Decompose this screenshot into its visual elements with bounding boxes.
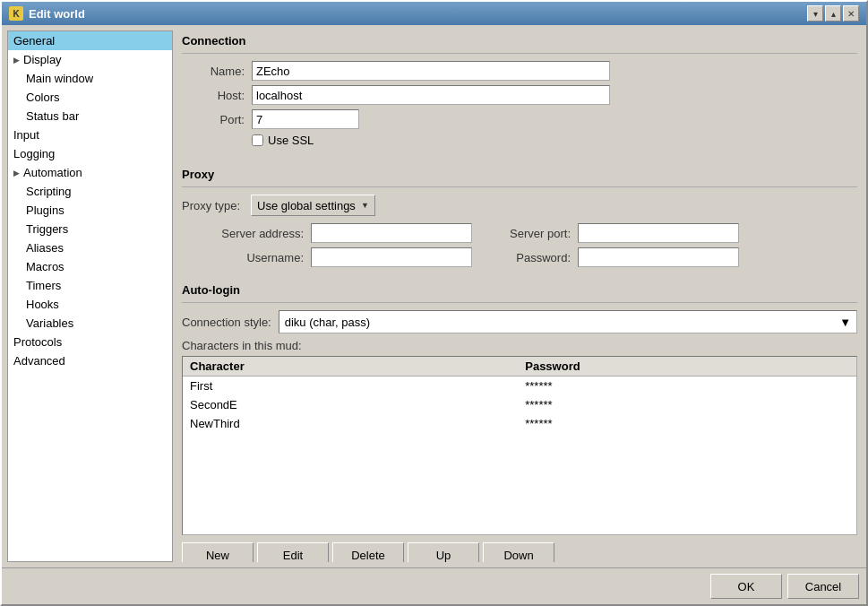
ok-button[interactable]: OK <box>710 574 782 599</box>
port-input[interactable] <box>252 109 359 129</box>
connection-section: Connection Name: Host: Port: Use SSL <box>182 34 857 152</box>
connection-style-label: Connection style: <box>182 316 271 329</box>
sidebar-item-label: Aliases <box>26 241 64 255</box>
titlebar-left: K Edit world <box>9 6 85 21</box>
footer: OK Cancel <box>2 567 866 604</box>
sidebar-item-status-bar[interactable]: Status bar <box>8 107 172 126</box>
sidebar-item-logging[interactable]: Logging <box>8 144 172 163</box>
char-col-header: Character <box>183 357 518 377</box>
window-body: General▶DisplayMain windowColorsStatus b… <box>2 25 866 567</box>
password-input[interactable] <box>578 247 739 267</box>
table-row[interactable]: SecondE****** <box>183 395 856 414</box>
character-name: NewThird <box>183 414 518 433</box>
characters-table: Character Password First******SecondE***… <box>183 357 856 433</box>
server-port-input[interactable] <box>578 223 739 243</box>
chevron-right-icon: ▶ <box>13 169 20 177</box>
sidebar-item-label: Timers <box>26 279 61 292</box>
sidebar-item-input[interactable]: Input <box>8 126 172 144</box>
sidebar-item-label: Macros <box>26 260 64 273</box>
connection-style-dropdown[interactable]: diku (char, pass) ▼ <box>279 310 857 333</box>
expand-button[interactable]: ▴ <box>825 5 841 22</box>
delete-button[interactable]: Delete <box>332 542 404 562</box>
sidebar-item-variables[interactable]: Variables <box>8 314 172 333</box>
edit-button[interactable]: Edit <box>257 542 329 562</box>
connection-style-value: diku (char, pass) <box>285 316 370 329</box>
port-label: Port: <box>182 113 245 126</box>
sidebar-item-label: Colors <box>26 91 60 104</box>
proxy-title: Proxy <box>182 168 857 181</box>
character-password: ****** <box>518 395 856 414</box>
main-window: K Edit world ▾ ▴ ✕ General▶DisplayMain w… <box>0 0 868 606</box>
sidebar-item-label: Hooks <box>26 298 59 311</box>
sidebar-item-label: Main window <box>26 72 93 85</box>
connection-title: Connection <box>182 34 857 48</box>
sidebar-item-hooks[interactable]: Hooks <box>8 295 172 314</box>
sidebar: General▶DisplayMain windowColorsStatus b… <box>7 30 173 562</box>
name-label: Name: <box>182 65 245 78</box>
sidebar-item-timers[interactable]: Timers <box>8 276 172 295</box>
proxy-type-label: Proxy type: <box>182 199 240 212</box>
sidebar-item-label: Scripting <box>26 185 72 198</box>
titlebar: K Edit world ▾ ▴ ✕ <box>2 2 866 25</box>
proxy-type-value: Use global settings <box>257 199 356 212</box>
titlebar-buttons: ▾ ▴ ✕ <box>807 5 859 22</box>
character-password: ****** <box>518 414 856 433</box>
sidebar-item-label: Display <box>23 53 62 66</box>
characters-table-container: Character Password First******SecondE***… <box>182 356 857 535</box>
main-content: Connection Name: Host: Port: Use SSL <box>178 30 861 562</box>
app-icon: K <box>9 6 23 21</box>
sidebar-item-label: General <box>13 34 55 48</box>
autologin-section: Auto-login Connection style: diku (char,… <box>182 283 857 562</box>
proxy-divider <box>182 186 857 187</box>
down-button[interactable]: Down <box>483 542 554 562</box>
server-address-input[interactable] <box>311 223 472 243</box>
pass-col-header: Password <box>518 357 856 377</box>
sidebar-item-label: Protocols <box>13 335 62 349</box>
autologin-divider <box>182 302 857 303</box>
name-input[interactable] <box>252 61 610 81</box>
chevron-down-icon: ▼ <box>361 201 369 210</box>
username-input[interactable] <box>311 247 472 267</box>
sidebar-item-automation[interactable]: ▶Automation <box>8 163 172 182</box>
window-title: Edit world <box>29 7 85 21</box>
sidebar-item-aliases[interactable]: Aliases <box>8 238 172 257</box>
chevron-right-icon: ▶ <box>13 56 20 65</box>
sidebar-item-label: Logging <box>13 147 55 160</box>
sidebar-item-label: Triggers <box>26 222 68 236</box>
up-button[interactable]: Up <box>408 542 479 562</box>
sidebar-item-general[interactable]: General <box>8 31 172 50</box>
character-password: ****** <box>518 377 856 396</box>
collapse-button[interactable]: ▾ <box>807 5 823 22</box>
ssl-group: Use SSL <box>252 134 857 147</box>
ssl-checkbox[interactable] <box>252 134 263 146</box>
username-label: Username: <box>182 251 307 264</box>
sidebar-item-plugins[interactable]: Plugins <box>8 201 172 220</box>
connection-style-group: Connection style: diku (char, pass) ▼ <box>182 310 857 333</box>
close-button[interactable]: ✕ <box>843 5 859 22</box>
sidebar-item-scripting[interactable]: Scripting <box>8 182 172 201</box>
sidebar-item-label: Variables <box>26 316 73 330</box>
host-label: Host: <box>182 89 245 102</box>
characters-label: Characters in this mud: <box>182 339 857 352</box>
table-row[interactable]: First****** <box>183 377 856 396</box>
sidebar-item-triggers[interactable]: Triggers <box>8 220 172 238</box>
sidebar-item-colors[interactable]: Colors <box>8 88 172 107</box>
server-address-label: Server address: <box>182 227 307 240</box>
cancel-button[interactable]: Cancel <box>787 574 859 599</box>
proxy-type-dropdown[interactable]: Use global settings ▼ <box>251 195 375 216</box>
connection-divider <box>182 53 857 54</box>
sidebar-item-advanced[interactable]: Advanced <box>8 351 172 370</box>
host-input[interactable] <box>252 85 610 105</box>
sidebar-item-protocols[interactable]: Protocols <box>8 333 172 351</box>
sidebar-item-main-window[interactable]: Main window <box>8 69 172 88</box>
host-group: Host: <box>182 85 857 105</box>
sidebar-item-macros[interactable]: Macros <box>8 257 172 276</box>
sidebar-item-display[interactable]: ▶Display <box>8 50 172 69</box>
sidebar-item-label: Plugins <box>26 203 64 217</box>
port-group: Port: <box>182 109 857 129</box>
table-row[interactable]: NewThird****** <box>183 414 856 433</box>
password-label: Password: <box>476 251 574 264</box>
server-port-label: Server port: <box>476 227 574 240</box>
new-button[interactable]: New <box>182 542 254 562</box>
name-group: Name: <box>182 61 857 81</box>
